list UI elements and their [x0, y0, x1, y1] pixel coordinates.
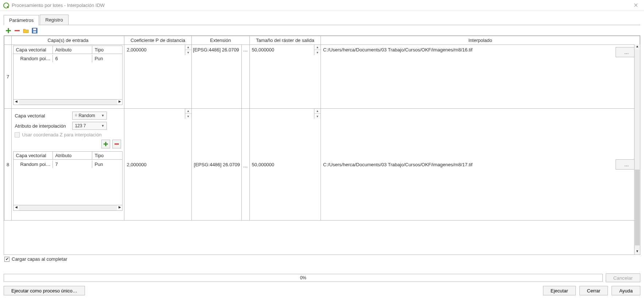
- col-tam: Tamaño del ráster de salida: [249, 36, 321, 45]
- capas-cell: Capa vectorial Atributo Tipo Random poi……: [12, 45, 124, 109]
- scroll-left-icon[interactable]: ◀: [13, 205, 19, 210]
- hscroll-track[interactable]: [19, 205, 117, 210]
- spin-down-icon[interactable]: ▼: [185, 114, 191, 119]
- svg-rect-6: [33, 28, 36, 30]
- tam-value[interactable]: 50,000000: [250, 109, 314, 220]
- col-capas: Capa(s) de entrada: [12, 36, 124, 45]
- add-row-icon[interactable]: [5, 27, 12, 34]
- qgis-icon: [3, 2, 9, 9]
- svg-rect-7: [33, 31, 36, 33]
- spin-down-icon[interactable]: ▼: [314, 50, 321, 55]
- col-ext: Extensión: [191, 36, 249, 45]
- ext-more-button[interactable]: …: [241, 109, 249, 220]
- scroll-right-icon[interactable]: ▶: [117, 100, 122, 105]
- svg-rect-9: [104, 144, 108, 145]
- window-title: Procesamiento por lotes - Interpolación …: [12, 3, 631, 8]
- open-folder-icon[interactable]: [23, 27, 29, 34]
- layer-attr[interactable]: 7: [53, 160, 92, 168]
- spin-down-icon[interactable]: ▼: [314, 114, 321, 119]
- scroll-down-icon[interactable]: ▼: [635, 249, 640, 255]
- hscroll-track[interactable]: [19, 100, 117, 105]
- attr-label: Atributo de interpolación: [15, 123, 69, 129]
- close-button[interactable]: Cerrar: [579, 286, 608, 295]
- scroll-left-icon[interactable]: ◀: [13, 100, 19, 105]
- col-coef: Coeficiente P de distancia: [124, 36, 191, 45]
- inner-col-attr: Atributo: [53, 152, 92, 159]
- coef-cell[interactable]: 2,000000 ▲ ▼: [124, 45, 191, 109]
- scroll-up-icon[interactable]: ▲: [635, 44, 640, 50]
- save-icon[interactable]: [31, 27, 38, 34]
- inner-col-capa: Capa vectorial: [13, 152, 53, 159]
- coef-value[interactable]: 2,000000: [124, 109, 185, 220]
- svg-rect-3: [6, 30, 11, 31]
- chevron-down-icon: ▼: [101, 124, 105, 128]
- add-layer-button[interactable]: [101, 140, 110, 148]
- svg-rect-1: [7, 6, 9, 8]
- layer-tipo[interactable]: Pun: [92, 160, 106, 168]
- capa-label: Capa vectorial: [15, 113, 69, 119]
- cargar-checkbox[interactable]: ✔: [4, 257, 9, 262]
- tab-registro[interactable]: Registro: [40, 15, 68, 25]
- inner-col-attr: Atributo: [53, 46, 92, 54]
- close-icon[interactable]: ✕: [631, 2, 641, 9]
- inner-col-tipo: Tipo: [92, 152, 106, 159]
- spin-up-icon[interactable]: ▲: [185, 45, 191, 50]
- spin-down-icon[interactable]: ▼: [185, 50, 191, 55]
- coef-value[interactable]: 2,000000: [124, 45, 185, 108]
- cargar-label: Cargar capas al completar: [12, 256, 67, 262]
- run-button[interactable]: Ejecutar: [543, 286, 576, 295]
- row-number: 8: [4, 109, 12, 221]
- ext-value[interactable]: 26.0709 [EPSG:4486]: [192, 109, 241, 220]
- coef-cell[interactable]: 2,000000 ▲ ▼: [124, 109, 191, 221]
- interp-path[interactable]: C:/Users/herca/Documents/03 Trabajo/Curs…: [321, 45, 613, 108]
- help-button[interactable]: Ayuda: [612, 286, 640, 295]
- tam-cell[interactable]: 50,000000 ▲ ▼: [249, 45, 321, 109]
- ext-more-button[interactable]: …: [241, 45, 249, 108]
- ext-cell[interactable]: 26.0709 [EPSG:4486] …: [191, 45, 249, 109]
- col-interp: Interpolado: [321, 36, 640, 45]
- ext-cell[interactable]: 26.0709 [EPSG:4486] …: [191, 109, 249, 221]
- layer-name[interactable]: Random poi…: [13, 55, 53, 62]
- progress-bar: 0%: [4, 274, 603, 282]
- chevron-down-icon: ▼: [101, 114, 105, 117]
- interp-path[interactable]: C:/Users/herca/Documents/03 Trabajo/Curs…: [321, 109, 613, 220]
- cancel-button[interactable]: Cancelar: [606, 273, 640, 282]
- layer-attr[interactable]: 6: [53, 55, 92, 62]
- z-checkbox[interactable]: [15, 132, 20, 137]
- tam-value[interactable]: 50,000000: [250, 45, 314, 108]
- tam-cell[interactable]: 50,000000 ▲ ▼: [249, 109, 321, 221]
- interp-cell: C:/Users/herca/Documents/03 Trabajo/Curs…: [321, 45, 640, 109]
- layer-name[interactable]: Random poi…: [13, 160, 53, 168]
- capas-cell: Capa vectorial ⠿Random ▼ Atributo de int…: [12, 109, 124, 221]
- layer-tipo[interactable]: Pun: [92, 55, 106, 62]
- capa-combo[interactable]: ⠿Random ▼: [72, 112, 107, 120]
- row-number: 7: [4, 45, 12, 109]
- scroll-right-icon[interactable]: ▶: [117, 205, 122, 210]
- ext-value[interactable]: 26.0709 [EPSG:4486]: [192, 45, 241, 108]
- interp-cell: C:/Users/herca/Documents/03 Trabajo/Curs…: [321, 109, 640, 221]
- z-label: Usar coordenada Z para interpolación: [22, 132, 101, 137]
- spin-up-icon[interactable]: ▲: [314, 109, 321, 114]
- inner-col-tipo: Tipo: [92, 46, 106, 54]
- vertical-scrollbar[interactable]: ▲ ▼: [634, 44, 640, 255]
- spin-up-icon[interactable]: ▲: [185, 109, 191, 114]
- inner-col-capa: Capa vectorial: [13, 46, 53, 54]
- svg-rect-4: [15, 30, 20, 31]
- remove-row-icon[interactable]: [14, 27, 20, 34]
- spin-up-icon[interactable]: ▲: [314, 45, 321, 50]
- tab-parametros[interactable]: Parámetros: [4, 15, 39, 25]
- run-single-button[interactable]: Ejecutar como proceso único…: [4, 286, 85, 295]
- remove-layer-button[interactable]: [112, 140, 121, 148]
- svg-rect-10: [115, 144, 119, 145]
- attr-combo[interactable]: 123 7 ▼: [72, 122, 107, 130]
